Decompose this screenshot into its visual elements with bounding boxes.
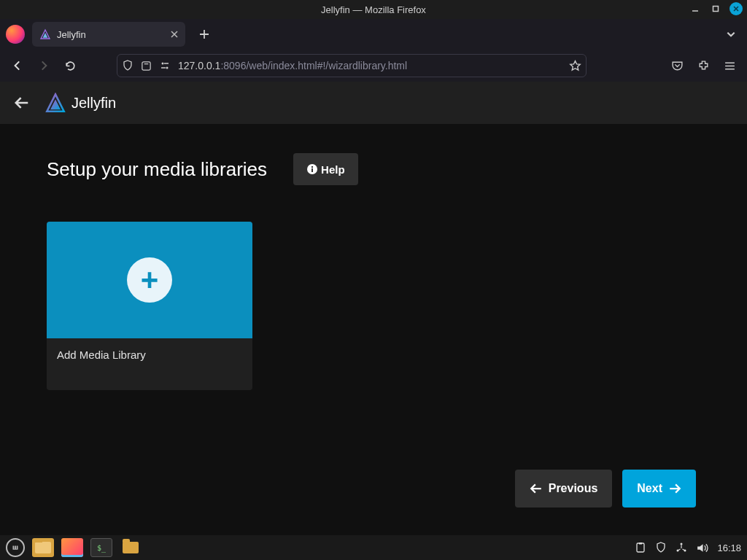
card-label: Add Media Library: [47, 338, 252, 390]
app-header: Jellyfin: [0, 82, 747, 124]
card-thumbnail: +: [47, 222, 252, 338]
svg-rect-8: [639, 542, 642, 545]
nav-forward-button[interactable]: [32, 54, 55, 77]
svg-rect-0: [713, 7, 719, 12]
plus-circle-icon: +: [127, 257, 172, 303]
window-close-button[interactable]: [729, 2, 743, 15]
tab-label: Jellyfin: [57, 29, 86, 40]
pocket-icon[interactable]: [665, 54, 689, 77]
add-media-library-card[interactable]: + Add Media Library: [47, 222, 252, 390]
next-label: Next: [637, 482, 662, 495]
os-taskbar: $_ 16:18: [0, 535, 747, 560]
help-button-label: Help: [321, 163, 345, 176]
tray-network-icon[interactable]: [676, 542, 687, 553]
arrow-left-icon: [530, 482, 543, 495]
firefox-logo-icon: [6, 25, 25, 44]
url-bar[interactable]: 127.0.0.1:8096/web/index.html#!/wizardli…: [117, 54, 587, 77]
window-maximize-button[interactable]: [709, 2, 722, 15]
bookmark-star-icon[interactable]: [569, 60, 581, 72]
taskbar-folder-app[interactable]: [120, 538, 142, 557]
window-title: Jellyfin — Mozilla Firefox: [321, 4, 426, 15]
browser-toolbar: 127.0.0.1:8096/web/index.html#!/wizardli…: [0, 50, 747, 82]
info-icon: [306, 163, 318, 175]
app-content: Setup your media libraries Help + Add Me…: [0, 124, 747, 535]
extensions-icon[interactable]: [692, 54, 715, 77]
svg-point-2: [162, 63, 164, 65]
start-menu-button[interactable]: [6, 538, 25, 557]
permissions-icon[interactable]: [159, 60, 171, 71]
taskbar-terminal-app[interactable]: $_: [90, 538, 112, 557]
taskbar-firefox-app[interactable]: [61, 538, 83, 557]
svg-point-5: [311, 166, 313, 168]
help-button[interactable]: Help: [293, 153, 358, 185]
svg-rect-1: [142, 61, 150, 69]
nav-back-button[interactable]: [6, 54, 29, 77]
tray-clock[interactable]: 16:18: [717, 542, 741, 553]
page-title: Setup your media libraries: [47, 158, 267, 181]
os-titlebar: Jellyfin — Mozilla Firefox: [0, 0, 747, 19]
arrow-right-icon: [668, 482, 681, 495]
svg-rect-7: [637, 543, 644, 552]
url-text: 127.0.0.1:8096/web/index.html#!/wizardli…: [178, 60, 562, 71]
system-tray: 16:18: [635, 542, 741, 554]
previous-label: Previous: [549, 482, 598, 495]
svg-point-3: [166, 67, 169, 69]
app-menu-button[interactable]: [718, 54, 741, 77]
taskbar-files-app[interactable]: [32, 538, 54, 557]
previous-button[interactable]: Previous: [515, 470, 613, 508]
app-back-button[interactable]: [12, 93, 32, 113]
tray-shield-icon[interactable]: [655, 542, 667, 553]
tabs-dropdown-button[interactable]: [721, 24, 741, 44]
app-brand: Jellyfin: [45, 93, 116, 113]
jellyfin-logo-icon: [45, 93, 66, 113]
nav-reload-button[interactable]: [58, 54, 82, 77]
wizard-nav: Previous Next: [515, 470, 696, 508]
svg-rect-6: [311, 168, 313, 172]
svg-point-9: [681, 543, 683, 545]
browser-tabstrip: Jellyfin: [0, 19, 747, 50]
new-tab-button[interactable]: [194, 24, 214, 44]
browser-tab-active[interactable]: Jellyfin: [32, 22, 185, 47]
tray-clipboard-icon[interactable]: [635, 542, 646, 553]
next-button[interactable]: Next: [622, 470, 696, 508]
jellyfin-favicon-icon: [39, 28, 51, 40]
tray-volume-icon[interactable]: [696, 542, 708, 554]
page-info-icon[interactable]: [141, 61, 152, 71]
tab-close-button[interactable]: [171, 31, 178, 38]
shield-icon[interactable]: [122, 60, 133, 71]
window-minimize-button[interactable]: [689, 2, 702, 15]
app-brand-name: Jellyfin: [71, 95, 116, 112]
